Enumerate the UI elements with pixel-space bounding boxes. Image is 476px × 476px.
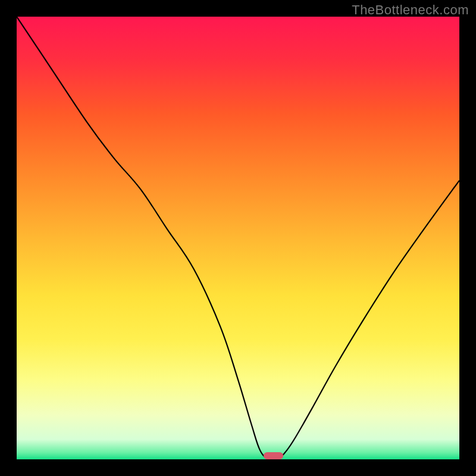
plot-area [17, 17, 459, 459]
watermark-text: TheBottleneck.com [352, 2, 469, 18]
chart-frame: TheBottleneck.com [0, 0, 476, 476]
optimum-marker [264, 452, 283, 459]
bottleneck-curve [17, 17, 459, 459]
